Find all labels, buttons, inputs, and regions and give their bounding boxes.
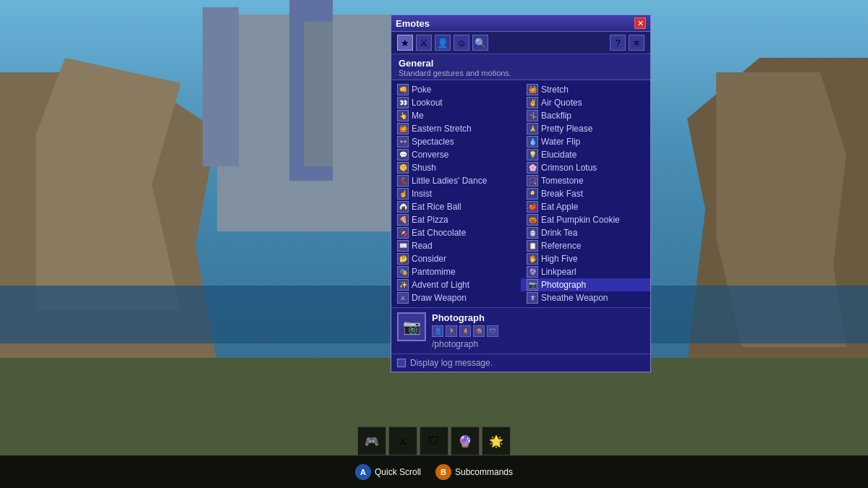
detail-emote-name: Photograph <box>432 312 644 323</box>
search-tab[interactable]: 🔍 <box>472 35 488 51</box>
emote-item-eastern-stretch[interactable]: 🙆Eastern Stretch <box>391 122 521 135</box>
settings-button[interactable]: ≡ <box>629 35 644 51</box>
emotes-list: 👊Poke🙆Stretch👀Lookout✌Air Quotes👆Me🤸Back… <box>391 80 650 308</box>
person-tab[interactable]: 👤 <box>435 35 451 51</box>
emote-icon-advent-of-light: ✨ <box>397 279 409 291</box>
emote-item-lookout[interactable]: 👀Lookout <box>391 96 521 109</box>
sword-tab[interactable]: ⚔ <box>416 35 432 51</box>
emote-item-poke[interactable]: 👊Poke <box>391 83 521 96</box>
emote-label-shush: Shush <box>412 163 436 173</box>
emote-icon-high-five: 🖐 <box>527 253 538 265</box>
emote-item-high-five[interactable]: 🖐High Five <box>521 252 650 265</box>
emote-label-me: Me <box>412 111 424 121</box>
emote-label-pretty-please: Pretty Please <box>541 124 592 134</box>
emote-label-read: Read <box>412 241 433 251</box>
emote-icon-consider: 🤔 <box>397 253 409 265</box>
quick-scroll-icon: A <box>355 464 371 480</box>
hotbar-slot-2[interactable]: ⚔ <box>388 427 417 455</box>
emote-icon-air-quotes: ✌ <box>527 97 538 108</box>
emote-item-eat-pumpkin-cookie[interactable]: 🎃Eat Pumpkin Cookie <box>521 213 650 226</box>
category-title: General <box>399 58 643 69</box>
emote-icon-break-fast: 🍳 <box>527 188 538 200</box>
category-description: Standard gestures and motions. <box>399 69 643 77</box>
quick-scroll-item: A Quick Scroll <box>355 464 421 480</box>
hotbar-slot-1[interactable]: 🎮 <box>357 427 386 455</box>
emote-item-elucidate[interactable]: 💡Elucidate <box>521 148 650 161</box>
detail-command: /photograph <box>432 339 644 349</box>
detail-panel: 📷 Photograph 👤 🏃 🧍 🏇 🛡 /photograph <box>391 308 650 354</box>
close-button[interactable]: ✕ <box>634 17 646 29</box>
emote-item-consider[interactable]: 🤔Consider <box>391 252 521 265</box>
emote-item-pantomime[interactable]: 🎭Pantomime <box>391 265 521 278</box>
emote-item-eat-pizza[interactable]: 🍕Eat Pizza <box>391 213 521 226</box>
emote-icon-eat-chocolate: 🍫 <box>397 227 409 239</box>
emote-item-draw-weapon[interactable]: ⚔Draw Weapon <box>391 291 521 304</box>
emote-item-linkpearl[interactable]: 🔮Linkpearl <box>521 265 650 278</box>
category-header: General Standard gestures and motions. <box>391 54 650 80</box>
emote-item-eat-apple[interactable]: 🍎Eat Apple <box>521 200 650 213</box>
emote-item-me[interactable]: 👆Me <box>391 109 521 122</box>
emote-item-air-quotes[interactable]: ✌Air Quotes <box>521 96 650 109</box>
hotbar-slot-4[interactable]: 🔮 <box>451 427 480 455</box>
emote-label-little-ladies-dance: Little Ladies' Dance <box>412 176 487 186</box>
emote-item-pretty-please[interactable]: 🙏Pretty Please <box>521 122 650 135</box>
emote-label-tomestone: Tomestone <box>541 176 584 186</box>
emote-item-spectacles[interactable]: 👓Spectacles <box>391 135 521 148</box>
emote-icon-sheathe-weapon: 🗡 <box>527 292 538 304</box>
emote-icon-insist: ☝ <box>397 188 409 200</box>
emote-item-water-flip[interactable]: 💧Water Flip <box>521 135 650 148</box>
emote-label-converse: Converse <box>412 150 448 160</box>
emote-label-reference: Reference <box>541 241 581 251</box>
emote-item-eat-rice-ball[interactable]: 🍙Eat Rice Ball <box>391 200 521 213</box>
help-button[interactable]: ? <box>610 35 626 51</box>
emote-icon-draw-weapon: ⚔ <box>397 292 409 304</box>
emote-item-stretch[interactable]: 🙆Stretch <box>521 83 650 96</box>
detail-small-icon-3: 🧍 <box>459 325 471 337</box>
emote-icon-pretty-please: 🙏 <box>527 123 538 134</box>
emote-item-crimson-lotus[interactable]: 🌸Crimson Lotus <box>521 161 650 174</box>
emote-icon-lookout: 👀 <box>397 97 409 108</box>
emote-icon-eastern-stretch: 🙆 <box>397 123 409 134</box>
emote-item-drink-tea[interactable]: 🍵Drink Tea <box>521 226 650 239</box>
emote-item-converse[interactable]: 💬Converse <box>391 148 521 161</box>
emote-label-pantomime: Pantomime <box>412 267 456 277</box>
toolbar-left: ★ ⚔ 👤 ☺ 🔍 <box>397 35 488 51</box>
emote-item-tomestone[interactable]: 📿Tomestone <box>521 174 650 187</box>
emote-label-insist: Insist <box>412 189 432 199</box>
emote-icon-photograph: 📷 <box>527 279 538 291</box>
emote-item-eat-chocolate[interactable]: 🍫Eat Chocolate <box>391 226 521 239</box>
hotbar-slot-3[interactable]: 🛡 <box>420 427 448 455</box>
emote-label-elucidate: Elucidate <box>541 150 576 160</box>
face-tab[interactable]: ☺ <box>454 35 469 51</box>
emote-label-backflip: Backflip <box>541 111 571 121</box>
emote-item-insist[interactable]: ☝Insist <box>391 187 521 200</box>
emote-item-sheathe-weapon[interactable]: 🗡Sheathe Weapon <box>521 291 650 304</box>
emote-icon-crimson-lotus: 🌸 <box>527 162 538 174</box>
emote-icon-eat-pizza: 🍕 <box>397 214 409 226</box>
emote-item-little-ladies-dance[interactable]: 💃Little Ladies' Dance <box>391 174 521 187</box>
log-message-checkbox[interactable] <box>397 359 406 367</box>
emote-label-eat-rice-ball: Eat Rice Ball <box>412 202 461 212</box>
emote-item-reference[interactable]: 📋Reference <box>521 239 650 252</box>
detail-emote-icon: 📷 <box>397 312 426 341</box>
emote-item-shush[interactable]: 🤫Shush <box>391 161 521 174</box>
emote-icon-shush: 🤫 <box>397 162 409 174</box>
emote-icon-little-ladies-dance: 💃 <box>397 175 409 187</box>
emote-icon-reference: 📋 <box>527 240 538 252</box>
emote-icon-tomestone: 📿 <box>527 175 538 187</box>
detail-small-icon-2: 🏃 <box>446 325 457 337</box>
emote-label-draw-weapon: Draw Weapon <box>412 293 467 303</box>
emote-item-backflip[interactable]: 🤸Backflip <box>521 109 650 122</box>
detail-small-icon-4: 🏇 <box>473 325 485 337</box>
subcommands-label: Subcommands <box>455 467 513 477</box>
emote-label-advent-of-light: Advent of Light <box>412 280 469 290</box>
emote-label-eat-apple: Eat Apple <box>541 202 578 212</box>
star-tab[interactable]: ★ <box>397 35 413 51</box>
emote-item-advent-of-light[interactable]: ✨Advent of Light <box>391 278 521 291</box>
emote-item-read[interactable]: 📖Read <box>391 239 521 252</box>
emote-item-break-fast[interactable]: 🍳Break Fast <box>521 187 650 200</box>
emote-icon-backflip: 🤸 <box>527 110 538 121</box>
emote-item-photograph[interactable]: 📷Photograph <box>521 278 650 291</box>
hotbar-slot-5[interactable]: 🌟 <box>482 427 511 455</box>
quick-scroll-label: Quick Scroll <box>375 467 421 477</box>
